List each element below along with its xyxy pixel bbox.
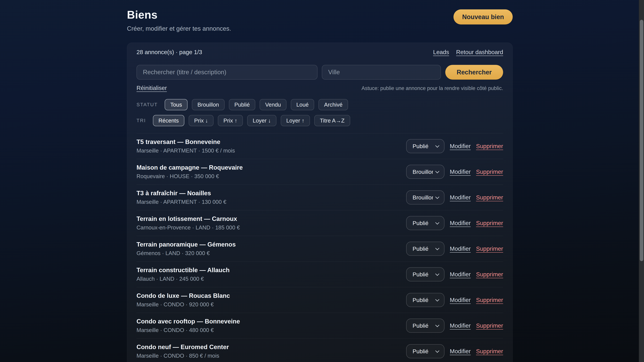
listing-meta: Roquevaire · HOUSE · 350 000 € bbox=[136, 173, 243, 179]
delete-link[interactable]: Supprimer bbox=[476, 194, 503, 201]
filter-chip[interactable]: Récents bbox=[153, 115, 184, 126]
listing-row: Maison de campagne — Roquevaire Roquevai… bbox=[136, 159, 503, 185]
modify-link[interactable]: Modifier bbox=[450, 322, 470, 329]
filter-chip[interactable]: Publié bbox=[229, 99, 256, 110]
status-select[interactable]: Brouillon bbox=[406, 191, 444, 204]
status-select-wrap: Publié bbox=[406, 242, 444, 256]
search-submit-button[interactable]: Rechercher bbox=[445, 65, 503, 80]
status-select[interactable]: Publié bbox=[406, 319, 444, 332]
listing-meta: Gémenos · LAND · 320 000 € bbox=[136, 250, 236, 256]
listing-title: Maison de campagne — Roquevaire bbox=[136, 164, 243, 171]
status-select-wrap: Publié bbox=[406, 344, 444, 358]
listing-info: Condo avec rooftop — Bonneveine Marseill… bbox=[136, 318, 240, 333]
listing-count: 28 annonce(s) · page 1/3 bbox=[136, 49, 202, 55]
listing-row: Terrain en lotissement — Carnoux Carnoux… bbox=[136, 210, 503, 236]
listing-title: T3 à rafraîchir — Noailles bbox=[136, 190, 226, 197]
listing-meta: Marseille · APARTMENT · 130 000 € bbox=[136, 199, 226, 205]
modify-link[interactable]: Modifier bbox=[450, 194, 470, 201]
delete-link[interactable]: Supprimer bbox=[476, 245, 503, 252]
reset-filters-link[interactable]: Réinitialiser bbox=[136, 85, 167, 91]
modify-link[interactable]: Modifier bbox=[450, 220, 470, 226]
filter-chip[interactable]: Archivé bbox=[318, 99, 348, 110]
filter-chip[interactable]: Prix ↑ bbox=[218, 115, 243, 126]
listing-info: T5 traversant — Bonneveine Marseille · A… bbox=[136, 138, 235, 154]
listing-row: Condo avec rooftop — Bonneveine Marseill… bbox=[136, 313, 503, 339]
status-select[interactable]: Brouillon bbox=[406, 165, 444, 178]
listing-row: T5 traversant — Bonneveine Marseille · A… bbox=[136, 133, 503, 159]
page-scrollbar-track[interactable] bbox=[639, 0, 644, 362]
listing-row: T3 à rafraîchir — Noailles Marseille · A… bbox=[136, 185, 503, 210]
status-select-wrap: Publié bbox=[406, 139, 444, 153]
delete-link[interactable]: Supprimer bbox=[476, 220, 503, 226]
delete-link[interactable]: Supprimer bbox=[476, 168, 503, 175]
listing-title: Terrain en lotissement — Carnoux bbox=[136, 215, 240, 222]
listing-actions: Publié Modifier Supprimer bbox=[406, 344, 503, 358]
listings-list: T5 traversant — Bonneveine Marseille · A… bbox=[136, 133, 503, 362]
delete-link[interactable]: Supprimer bbox=[476, 322, 503, 329]
listing-meta: Marseille · APARTMENT · 1500 € / mois bbox=[136, 147, 235, 154]
status-filter-row: STATUT Tous Brouillon Publié Vendu Loué … bbox=[136, 99, 503, 110]
delete-link[interactable]: Supprimer bbox=[476, 271, 503, 278]
panel-header: 28 annonce(s) · page 1/3 Leads Retour da… bbox=[136, 49, 503, 55]
listing-actions: Publié Modifier Supprimer bbox=[406, 293, 503, 307]
page-header-text: Biens Créer, modifier et gérer tes annon… bbox=[127, 5, 231, 32]
delete-link[interactable]: Supprimer bbox=[476, 348, 503, 355]
new-property-button[interactable]: Nouveau bien bbox=[454, 9, 513, 24]
delete-link[interactable]: Supprimer bbox=[476, 297, 503, 303]
status-select-wrap: Brouillon bbox=[406, 190, 444, 204]
status-select[interactable]: Publié bbox=[406, 345, 444, 358]
filter-chip[interactable]: Vendu bbox=[260, 99, 286, 110]
filter-chip[interactable]: Tous bbox=[165, 99, 188, 110]
status-select[interactable]: Publié bbox=[406, 293, 444, 307]
listing-title: Condo avec rooftop — Bonneveine bbox=[136, 318, 240, 325]
status-select[interactable]: Publié bbox=[406, 216, 444, 230]
search-city-input[interactable] bbox=[322, 65, 441, 80]
listing-info: Terrain panoramique — Gémenos Gémenos · … bbox=[136, 241, 236, 256]
status-filter-label: STATUT bbox=[136, 102, 158, 107]
listing-meta: Carnoux-en-Provence · LAND · 185 000 € bbox=[136, 224, 240, 231]
page-scrollbar-thumb[interactable] bbox=[640, 20, 643, 261]
modify-link[interactable]: Modifier bbox=[450, 245, 470, 252]
status-select-wrap: Publié bbox=[406, 293, 444, 307]
status-select[interactable]: Publié bbox=[406, 242, 444, 255]
modify-link[interactable]: Modifier bbox=[450, 297, 470, 303]
status-select-wrap: Publié bbox=[406, 216, 444, 230]
status-select-wrap: Brouillon bbox=[406, 165, 444, 179]
modify-link[interactable]: Modifier bbox=[450, 271, 470, 278]
listing-meta: Marseille · CONDO · 920 000 € bbox=[136, 301, 230, 308]
filter-chip[interactable]: Loyer ↑ bbox=[281, 115, 310, 126]
search-row: Rechercher bbox=[136, 65, 503, 80]
modify-link[interactable]: Modifier bbox=[450, 143, 470, 149]
listing-actions: Publié Modifier Supprimer bbox=[406, 139, 503, 153]
modify-link[interactable]: Modifier bbox=[450, 348, 470, 355]
filter-chip[interactable]: Titre A→Z bbox=[314, 115, 350, 126]
panel-header-links: Leads Retour dashboard bbox=[433, 49, 503, 55]
listing-row: Terrain constructible — Allauch Allauch … bbox=[136, 262, 503, 287]
listing-info: Condo de luxe — Roucas Blanc Marseille ·… bbox=[136, 292, 230, 308]
listing-info: T3 à rafraîchir — Noailles Marseille · A… bbox=[136, 190, 226, 205]
listing-actions: Publié Modifier Supprimer bbox=[406, 319, 503, 333]
delete-link[interactable]: Supprimer bbox=[476, 143, 503, 149]
leads-link[interactable]: Leads bbox=[433, 49, 449, 55]
filter-chip[interactable]: Loyer ↓ bbox=[247, 115, 276, 126]
listing-info: Terrain constructible — Allauch Allauch … bbox=[136, 267, 230, 282]
back-dashboard-link[interactable]: Retour dashboard bbox=[456, 49, 503, 55]
modify-link[interactable]: Modifier bbox=[450, 168, 470, 175]
filter-chip[interactable]: Prix ↓ bbox=[189, 115, 214, 126]
page-header: Biens Créer, modifier et gérer tes annon… bbox=[127, 5, 513, 32]
search-query-input[interactable] bbox=[136, 65, 318, 80]
listing-title: Condo de luxe — Roucas Blanc bbox=[136, 292, 230, 299]
listing-actions: Publié Modifier Supprimer bbox=[406, 242, 503, 256]
listing-row: Condo neuf — Euromed Center Marseille · … bbox=[136, 339, 503, 362]
status-select[interactable]: Publié bbox=[406, 268, 444, 281]
listing-actions: Brouillon Modifier Supprimer bbox=[406, 165, 503, 179]
status-select[interactable]: Publié bbox=[406, 139, 444, 153]
listing-meta: Marseille · CONDO · 850 € / mois bbox=[136, 353, 229, 359]
filter-chip[interactable]: Brouillon bbox=[192, 99, 224, 110]
filter-chip[interactable]: Loué bbox=[291, 99, 314, 110]
sort-filter-row: TRI Récents Prix ↓ Prix ↑ Loyer ↓ Loyer … bbox=[136, 115, 503, 126]
main-content: Biens Créer, modifier et gérer tes annon… bbox=[127, 5, 513, 362]
status-select-wrap: Publié bbox=[406, 267, 444, 281]
listing-actions: Publié Modifier Supprimer bbox=[406, 267, 503, 281]
page-subtitle: Créer, modifier et gérer tes annonces. bbox=[127, 25, 231, 32]
